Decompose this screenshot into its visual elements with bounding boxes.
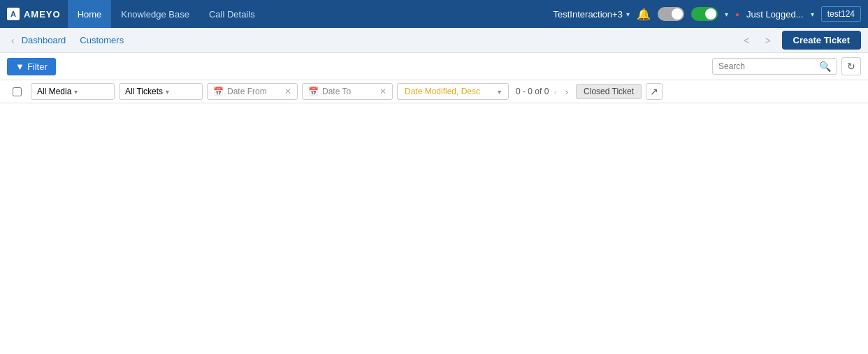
all-tickets-dropdown[interactable]: All Tickets ▾	[119, 83, 203, 100]
all-media-chevron-icon: ▾	[74, 88, 78, 96]
refresh-button[interactable]: ↻	[841, 57, 861, 75]
search-input[interactable]	[718, 61, 816, 71]
navbar: A AMEYO Home Knowledge Base Call Details…	[0, 0, 868, 28]
status-toggle-knob	[705, 8, 716, 20]
logo-box: A	[7, 8, 20, 20]
prev-arrow-icon[interactable]: <	[739, 34, 753, 47]
status-dot-icon: ●	[735, 10, 739, 18]
nav-call-details[interactable]: Call Details	[199, 0, 265, 28]
create-ticket-button[interactable]: Create Ticket	[782, 31, 861, 50]
filter-icon: ▼	[15, 61, 24, 72]
interaction-label: TestInteraction+3	[554, 9, 623, 20]
date-to-label: Date To	[322, 87, 351, 96]
status-chevron-icon: ▾	[725, 10, 728, 18]
subbar-right: < > Create Ticket	[739, 31, 861, 50]
export-icon[interactable]: ↗	[646, 83, 663, 100]
date-to-calendar-icon: 📅	[308, 87, 319, 96]
breadcrumb-back-arrow[interactable]: ‹	[7, 34, 19, 47]
nav-knowledge-base[interactable]: Knowledge Base	[111, 0, 199, 28]
breadcrumb: ‹ Dashboard Customers	[7, 34, 124, 47]
dashboard-link[interactable]: Dashboard	[22, 35, 66, 45]
sort-dropdown[interactable]: Date Modified, Desc ▾	[397, 83, 509, 100]
date-from-clear-icon[interactable]: ✕	[284, 87, 291, 96]
date-to-picker[interactable]: 📅 Date To ✕	[302, 83, 393, 100]
closed-ticket-label: Closed Ticket	[584, 87, 634, 96]
all-tickets-chevron-icon: ▾	[166, 88, 169, 96]
date-to-clear-icon[interactable]: ✕	[379, 87, 386, 96]
interaction-selector[interactable]: TestInteraction+3 ▾	[554, 9, 630, 20]
logged-in-chevron-icon: ▾	[811, 10, 814, 18]
closed-ticket-badge: Closed Ticket	[576, 84, 642, 99]
logged-in-label[interactable]: Just Logged...	[746, 9, 804, 20]
next-arrow-icon[interactable]: >	[760, 34, 774, 47]
filter-row: All Media ▾ All Tickets ▾ 📅 Date From ✕ …	[0, 80, 868, 103]
prev-page-button[interactable]: ‹	[550, 85, 560, 98]
phone-toggle[interactable]	[658, 7, 684, 21]
search-box: 🔍	[712, 58, 837, 75]
select-all-checkbox[interactable]	[13, 87, 22, 96]
logo-text: AMEYO	[24, 9, 61, 20]
interaction-chevron-icon: ▾	[626, 10, 630, 18]
select-all-checkbox-col	[7, 87, 27, 96]
toolbar-right: 🔍 ↻	[712, 57, 861, 75]
nav-home[interactable]: Home	[68, 0, 112, 28]
pagination: 0 - 0 of 0 ‹ ›	[516, 85, 572, 98]
all-media-dropdown[interactable]: All Media ▾	[31, 83, 115, 100]
date-from-calendar-icon: 📅	[213, 87, 224, 96]
customers-link[interactable]: Customers	[80, 35, 124, 45]
navbar-right: TestInteraction+3 ▾ 🔔 ▾ ● Just Logged...…	[554, 6, 861, 22]
phone-toggle-group	[658, 7, 684, 21]
phone-toggle-knob	[672, 8, 683, 20]
username-badge: test124	[821, 6, 861, 22]
sort-label: Date Modified, Desc	[405, 87, 480, 96]
search-icon[interactable]: 🔍	[819, 61, 831, 72]
content-area	[0, 103, 868, 354]
toolbar: ▼ Filter 🔍 ↻	[0, 53, 868, 80]
date-from-picker[interactable]: 📅 Date From ✕	[207, 83, 298, 100]
all-tickets-label: All Tickets	[125, 87, 163, 96]
subbar: ‹ Dashboard Customers < > Create Ticket	[0, 28, 868, 53]
sort-chevron-icon: ▾	[498, 88, 501, 96]
status-toggle[interactable]	[691, 7, 718, 21]
all-media-label: All Media	[37, 87, 71, 96]
filter-label: Filter	[27, 61, 48, 72]
bell-icon[interactable]: 🔔	[637, 8, 651, 21]
date-from-label: Date From	[227, 87, 267, 96]
filter-button[interactable]: ▼ Filter	[7, 58, 56, 75]
logo: A AMEYO	[7, 8, 61, 20]
pagination-text: 0 - 0 of 0	[516, 87, 549, 96]
next-page-button[interactable]: ›	[562, 85, 572, 98]
